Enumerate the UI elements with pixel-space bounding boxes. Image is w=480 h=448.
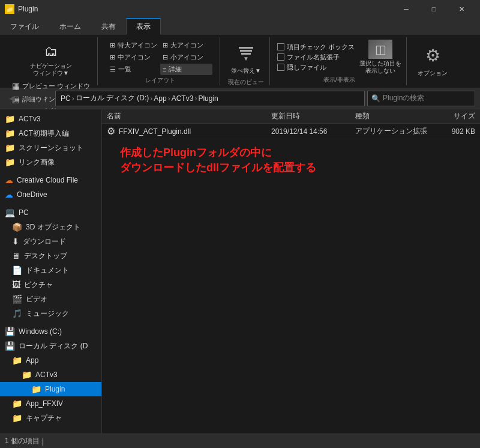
sidebar-item-windows-c[interactable]: 💾 Windows (C:) (0, 324, 101, 339)
sidebar-label-act-setup: ACT初期導入編 (19, 129, 69, 139)
item-check-checkbox[interactable] (277, 43, 284, 50)
address-path[interactable]: PC › ローカル ディスク (D:) › App › ACTv3 › Plug… (55, 91, 365, 106)
ribbon-group-pane: 🗂 ナビゲーションウィンドウ▼ ▦ プレビュー ウィンドウ ▤ 詳細ウィンドウ … (5, 37, 98, 85)
file-ext-checkbox[interactable] (277, 53, 284, 61)
icon-small-label: 小アイコン (170, 53, 203, 62)
sidebar-label-app-ffxiv: App_FFXIV (26, 399, 63, 408)
icon-medium-label: 中アイコン (118, 53, 151, 62)
options-button[interactable]: ⚙ オプション (414, 40, 451, 79)
file-list: 名前 更新日時 種類 サイズ ⚙ FFXIV_ACT_Plugin.dll 20… (102, 109, 480, 434)
file-list-header: 名前 更新日時 種類 サイズ (102, 109, 480, 124)
pc-icon: 💻 (5, 208, 15, 217)
sort-by-button[interactable]: ▼ 並べ替え▼ (227, 40, 265, 77)
sidebar-item-act-setup[interactable]: 📁 ACT初期導入編 (0, 126, 101, 141)
sidebar-item-capture[interactable]: 📁 キャプチャ (0, 411, 101, 425)
selected-hide-label: 選択した項目を表示しない (359, 60, 401, 74)
tab-view[interactable]: 表示 (126, 18, 161, 35)
sidebar-item-actv3-sub[interactable]: 📁 ACTv3 (0, 368, 101, 382)
sidebar-item-app[interactable]: 📁 App (0, 353, 101, 368)
nav-window-button[interactable]: 🗂 ナビゲーションウィンドウ▼ (10, 40, 92, 79)
sidebar-item-plugin[interactable]: 📁 Plugin (0, 382, 101, 396)
icon-large-button[interactable]: ⊞ 大アイコン (160, 40, 212, 51)
tab-file[interactable]: ファイル (0, 18, 49, 35)
path-app[interactable]: App (154, 94, 166, 103)
sidebar-item-videos[interactable]: 🎬 ビデオ (0, 292, 101, 306)
sidebar-item-link-image[interactable]: 📁 リンク画像 (0, 155, 101, 169)
sidebar-label-plugin: Plugin (45, 385, 65, 393)
up-button[interactable]: ↑ (38, 91, 53, 106)
title-bar: 📁 Plugin ─ □ ✕ (0, 0, 480, 18)
sidebar-item-pc[interactable]: 💻 PC (0, 205, 101, 220)
desktop-icon: 🖥 (12, 251, 20, 261)
minimize-button[interactable]: ─ (392, 0, 420, 18)
sort-icon: ▼ (236, 42, 256, 66)
folder-ffxiv-icon: 📁 (12, 399, 22, 408)
icon-xlarge-button[interactable]: ⊞ 特大アイコン (107, 40, 160, 51)
hidden-row[interactable]: 隠しファイル (277, 63, 355, 72)
sidebar-label-downloads: ダウンロード (23, 237, 66, 247)
sidebar-item-screenshot[interactable]: 📁 スクリーンショット (0, 141, 101, 155)
sidebar-label-pictures: ピクチャ (24, 280, 53, 290)
documents-icon: 📄 (12, 265, 22, 275)
sidebar-label-videos: ビデオ (26, 294, 47, 304)
ribbon-group-current-view: ▼ 並べ替え▼ 現在のビュー (223, 37, 270, 85)
forward-button[interactable]: ▶ (22, 91, 36, 106)
sidebar-item-music[interactable]: 🎵 ミュージック (0, 306, 101, 321)
icon-small-button[interactable]: ⊟ 小アイコン (160, 52, 212, 63)
current-view-label: 現在のビュー (228, 78, 264, 86)
tab-share[interactable]: 共有 (91, 18, 126, 35)
sidebar-item-downloads[interactable]: ⬇ ダウンロード (0, 234, 101, 249)
sort-by-label: 並べ替え▼ (231, 67, 261, 74)
col-date-header[interactable]: 更新日時 (271, 111, 355, 121)
annotation-line1: 作成したPluginフォルダの中に (120, 145, 316, 160)
col-size-header[interactable]: サイズ (427, 111, 475, 121)
hidden-checkbox[interactable] (277, 64, 284, 71)
item-check-label: 項目チェック ボックス (287, 43, 355, 52)
col-type-header[interactable]: 種類 (355, 111, 427, 121)
maximize-button[interactable]: □ (420, 0, 448, 18)
sidebar-item-pictures[interactable]: 🖼 ピクチャ (0, 277, 101, 292)
close-button[interactable]: ✕ (448, 0, 475, 18)
sidebar-item-local-d[interactable]: 💾 ローカル ディスク (D (0, 339, 101, 353)
title-bar-title: Plugin (18, 5, 38, 13)
ribbon-group-options: ⚙ オプション (409, 37, 456, 85)
sidebar-item-onedrive[interactable]: ☁ OneDrive (0, 187, 101, 202)
selected-hide-section: ◫ 選択した項目を表示しない (359, 40, 401, 74)
search-box[interactable]: 🔍 Pluginの検索 (367, 91, 475, 106)
icon-large-icon: ⊞ (163, 41, 168, 49)
status-sep: | (42, 437, 44, 446)
ribbon-tabs: ファイル ホーム 共有 表示 (0, 18, 480, 35)
show-hide-content: 項目チェック ボックス ファイル名拡張子 隠しファイル ◫ 選択した項目を表示し… (277, 40, 401, 74)
icon-small-icon: ⊟ (163, 53, 168, 61)
path-plugin[interactable]: Plugin (198, 94, 218, 103)
col-name-header[interactable]: 名前 (107, 111, 271, 121)
options-icon: ⚙ (423, 42, 442, 68)
sidebar-item-desktop[interactable]: 🖥 デスクトップ (0, 249, 101, 263)
tab-home[interactable]: ホーム (49, 18, 91, 35)
sidebar-item-actv3[interactable]: 📁 ACTv3 (0, 112, 101, 126)
title-bar-left: 📁 Plugin (5, 4, 38, 14)
detail-view-label: 詳細 (169, 65, 182, 74)
list-view-button[interactable]: ☰ 一覧 (107, 64, 160, 75)
icon-medium-button[interactable]: ⊞ 中アイコン (107, 52, 160, 63)
dll-filename: FFXIV_ACT_Plugin.dll (119, 127, 191, 136)
detail-view-button[interactable]: ≡ 詳細 (160, 64, 212, 75)
ribbon-group-show-hide: 項目チェック ボックス ファイル名拡張子 隠しファイル ◫ 選択した項目を表示し… (272, 37, 407, 85)
3d-icon: 📦 (12, 222, 22, 232)
back-button[interactable]: ◀ (5, 91, 19, 106)
icon-xlarge-icon: ⊞ (110, 41, 115, 49)
file-row-dll[interactable]: ⚙ FFXIV_ACT_Plugin.dll 2019/12/14 14:56 … (102, 124, 480, 139)
sidebar-item-3d[interactable]: 📦 3D オブジェクト (0, 220, 101, 234)
sidebar-label-actv3-sub: ACTv3 (35, 371, 58, 379)
nav-window-label: ナビゲーションウィンドウ▼ (30, 62, 72, 77)
item-check-row[interactable]: 項目チェック ボックス (277, 43, 355, 52)
sidebar-item-creative-cloud[interactable]: ☁ Creative Cloud File (0, 173, 101, 187)
file-ext-row[interactable]: ファイル名拡張子 (277, 53, 355, 62)
sidebar-label-app: App (26, 356, 38, 365)
file-name-dll: ⚙ FFXIV_ACT_Plugin.dll (107, 126, 271, 137)
path-local-d[interactable]: ローカル ディスク (D:) (76, 93, 149, 103)
path-actv3[interactable]: ACTv3 (172, 94, 194, 103)
sidebar-item-documents[interactable]: 📄 ドキュメント (0, 263, 101, 277)
sidebar-item-app-ffxiv[interactable]: 📁 App_FFXIV (0, 396, 101, 411)
path-pc[interactable]: PC (61, 94, 71, 103)
